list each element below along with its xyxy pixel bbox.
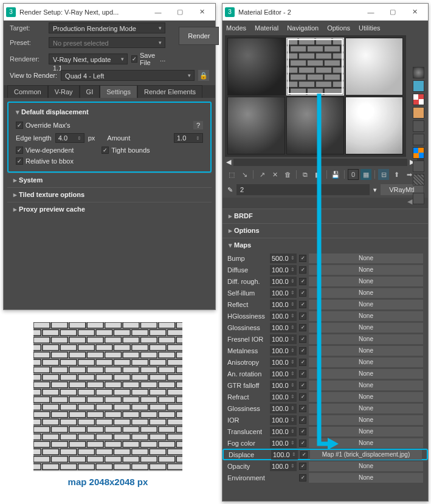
minimize-button[interactable]: —	[360, 5, 382, 19]
material-slot-selected[interactable]	[286, 38, 344, 95]
material-slot[interactable]	[227, 97, 285, 154]
map-enable-checkbox[interactable]: ✓	[299, 370, 306, 378]
map-enable-checkbox[interactable]: ✓	[299, 255, 306, 262]
map-amount-input[interactable]: 100.0	[270, 300, 297, 309]
titlebar[interactable]: 3 Render Setup: V-Ray Next, upd... — ▢ ✕	[4, 4, 215, 21]
options-panel[interactable]: Options	[222, 224, 428, 238]
map-slot-button[interactable]: None	[309, 346, 423, 356]
map-amount-input[interactable]: 100.0	[270, 334, 297, 344]
displacement-header[interactable]: Default displacement	[10, 105, 209, 119]
tab-render-elements[interactable]: Render Elements	[137, 85, 202, 98]
slots-3x2-icon[interactable]	[413, 193, 424, 204]
help-icon[interactable]: ?	[193, 121, 203, 129]
backlight-icon[interactable]	[413, 80, 424, 92]
map-slot-button[interactable]: None	[309, 404, 423, 413]
map-enable-checkbox[interactable]: ✓	[299, 347, 306, 354]
video-check-icon[interactable]	[413, 120, 424, 132]
map-amount-input[interactable]: 100.0	[270, 357, 297, 367]
menu-navigation[interactable]: Navigation	[287, 24, 319, 32]
material-slot[interactable]	[345, 38, 403, 95]
map-enable-checkbox[interactable]: ✓	[299, 463, 306, 470]
sample-uv-icon[interactable]	[413, 107, 424, 119]
brdf-panel[interactable]: BRDF	[222, 209, 428, 223]
map-enable-checkbox[interactable]: ✓	[299, 266, 306, 274]
render-button[interactable]: Render	[179, 27, 219, 45]
tiled-panel[interactable]: Tiled texture options	[7, 188, 212, 202]
map-amount-input[interactable]: 100.0	[271, 450, 298, 460]
put-library-icon[interactable]: 💾	[330, 169, 341, 180]
map-slot-button[interactable]: None	[309, 334, 423, 344]
tab-settings[interactable]: Settings	[100, 85, 137, 98]
tab-vray[interactable]: V-Ray	[48, 85, 80, 98]
tab-common[interactable]: Common	[7, 85, 48, 98]
map-enable-checkbox[interactable]: ✓	[299, 278, 306, 285]
map-slot-button[interactable]: None	[309, 473, 423, 483]
put-scene-icon[interactable]: ↘	[239, 169, 250, 180]
tab-gi[interactable]: GI	[80, 85, 100, 98]
proxy-panel[interactable]: Proxy preview cache	[7, 202, 212, 216]
material-name-input[interactable]: 2	[236, 184, 370, 195]
map-slot-button[interactable]: None	[309, 277, 423, 286]
map-slot-button[interactable]: None	[309, 357, 423, 367]
map-slot-button[interactable]: Map #1 (brick_displacement.jpg)	[310, 450, 422, 460]
map-amount-input[interactable]: 100.0	[270, 415, 297, 425]
go-parent-icon[interactable]: ⬆	[391, 169, 402, 180]
map-enable-checkbox[interactable]: ✓	[299, 382, 306, 389]
scroll-left-icon[interactable]: ◀	[407, 198, 412, 209]
map-enable-checkbox[interactable]: ✓	[299, 301, 306, 308]
map-amount-input[interactable]: 100.0	[270, 346, 297, 356]
dropdown-icon[interactable]: ▾	[373, 186, 377, 194]
mat-map-nav-icon[interactable]	[413, 174, 424, 185]
lock-icon[interactable]: 🔒	[198, 70, 209, 81]
map-slot-button[interactable]: None	[309, 311, 423, 321]
menu-options[interactable]: Options	[327, 24, 350, 32]
system-panel[interactable]: System	[7, 173, 212, 187]
map-slot-button[interactable]: None	[309, 415, 423, 425]
make-copy-icon[interactable]: ⧉	[300, 169, 311, 180]
menu-material[interactable]: Material	[255, 24, 278, 32]
matid-0-icon[interactable]: 0	[348, 169, 359, 180]
material-slot[interactable]	[286, 97, 344, 154]
hscroll[interactable]	[233, 159, 407, 166]
close-button[interactable]: ✕	[404, 5, 426, 19]
assign-icon[interactable]: ↗	[257, 169, 267, 180]
map-amount-input[interactable]: 100.0	[270, 438, 297, 448]
map-slot-button[interactable]: None	[309, 300, 423, 309]
map-enable-checkbox[interactable]: ✓	[299, 312, 306, 320]
map-slot-button[interactable]: None	[309, 392, 423, 402]
map-slot-button[interactable]: None	[309, 288, 423, 298]
map-enable-checkbox[interactable]: ✓	[299, 405, 306, 412]
map-slot-button[interactable]: None	[309, 265, 423, 275]
preview-icon[interactable]	[413, 134, 424, 145]
map-amount-input[interactable]: 100.0	[270, 277, 297, 286]
map-slot-button[interactable]: None	[309, 381, 423, 390]
preset-dropdown[interactable]: No preset selected	[49, 37, 165, 48]
relative-checkbox[interactable]: ✓Relative to bbox	[16, 157, 74, 165]
maps-panel[interactable]: Maps	[222, 238, 428, 252]
map-amount-input[interactable]: 100.0	[270, 369, 297, 379]
map-enable-checkbox[interactable]: ✓	[299, 359, 306, 366]
map-amount-input[interactable]: 100.0	[270, 461, 297, 471]
savefile-browse[interactable]: ...	[160, 55, 165, 63]
map-enable-checkbox[interactable]: ✓	[299, 324, 306, 331]
sample-type-icon[interactable]	[413, 67, 424, 78]
savefile-checkbox[interactable]: ✓Save File	[131, 52, 156, 66]
material-slot[interactable]	[345, 97, 403, 154]
map-enable-checkbox[interactable]: ✓	[300, 451, 308, 458]
show-map-icon[interactable]: ▦	[360, 169, 371, 180]
map-amount-input[interactable]: 100.0	[270, 404, 297, 413]
maximize-button[interactable]: ▢	[382, 5, 404, 19]
maximize-button[interactable]: ▢	[169, 5, 191, 19]
map-amount-input[interactable]: 500.0	[270, 254, 297, 263]
map-enable-checkbox[interactable]: ✓	[299, 393, 306, 401]
pick-icon[interactable]: ✎	[227, 186, 233, 194]
map-enable-checkbox[interactable]: ✓	[299, 336, 306, 343]
background-icon[interactable]	[413, 94, 424, 105]
get-material-icon[interactable]: ⬚	[226, 169, 237, 180]
map-amount-input[interactable]: 100.0	[270, 311, 297, 321]
map-enable-checkbox[interactable]: ✓	[299, 289, 306, 297]
map-slot-button[interactable]: None	[309, 323, 423, 333]
map-amount-input[interactable]: 100.0	[270, 392, 297, 402]
view-dropdown[interactable]: Quad 4 - Left	[61, 70, 195, 81]
menu-modes[interactable]: Modes	[226, 24, 246, 32]
